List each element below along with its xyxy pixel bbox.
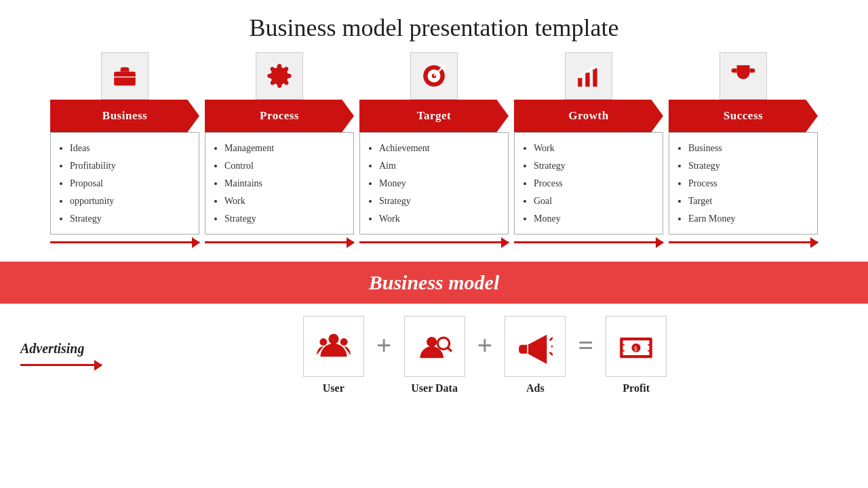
list-item: Money bbox=[379, 175, 501, 192]
content-list-business: IdeasProfitabilityProposalopportunityStr… bbox=[62, 140, 192, 227]
bottom-arrow-line-target bbox=[359, 241, 509, 243]
bottom-arrow-line-business bbox=[50, 241, 199, 243]
arrow-label-business: Business bbox=[102, 109, 147, 123]
icon-box-target bbox=[410, 52, 458, 100]
page-title: Business model presentation template bbox=[0, 0, 868, 49]
list-item: Strategy bbox=[688, 157, 810, 175]
svg-line-16 bbox=[448, 348, 451, 352]
arrow-item-growth: Growth WorkStrategyProcessGoalMoney bbox=[511, 52, 666, 249]
list-item: Process bbox=[688, 175, 810, 192]
content-list-success: BusinessStrategyProcessTargetEarn Money bbox=[680, 140, 810, 227]
bottom-arrow-process bbox=[205, 235, 354, 249]
bottom-icons: User + User Data + Ads = bbox=[122, 316, 848, 394]
bottom-icon-item-ads: Ads bbox=[505, 316, 566, 394]
svg-point-15 bbox=[437, 338, 449, 349]
list-item: Strategy bbox=[534, 157, 656, 175]
svg-rect-9 bbox=[585, 73, 589, 87]
arrow-label-success: Success bbox=[724, 109, 763, 123]
arrow-shape-growth: Growth bbox=[514, 100, 663, 132]
bottom-icon-box-profit: $ bbox=[606, 316, 667, 377]
bottom-arrow-line-growth bbox=[514, 241, 663, 243]
bottom-icon-item-user-data: User Data bbox=[404, 316, 465, 394]
advertising-arrow bbox=[20, 359, 102, 370]
list-item: Work bbox=[224, 192, 347, 210]
bottom-icon-box-ads bbox=[505, 316, 566, 377]
bottom-section: Advertising User + User Data bbox=[0, 304, 868, 394]
list-item: Achievement bbox=[379, 140, 501, 157]
bottom-icon-label-user-data: User Data bbox=[411, 382, 458, 394]
middle-banner: Business model bbox=[0, 262, 868, 304]
bottom-icon-label-profit: Profit bbox=[623, 382, 650, 394]
svg-point-11 bbox=[328, 334, 338, 344]
list-item: Strategy bbox=[70, 210, 192, 228]
list-item: Profitability bbox=[70, 157, 192, 175]
arrow-label-growth: Growth bbox=[568, 109, 608, 123]
icon-box-growth bbox=[565, 52, 612, 100]
top-section: Business IdeasProfitabilityProposaloppor… bbox=[0, 52, 868, 249]
svg-point-13 bbox=[340, 339, 348, 346]
list-item: Process bbox=[534, 175, 656, 192]
icon-box-process bbox=[256, 52, 303, 100]
svg-text:$: $ bbox=[634, 345, 637, 352]
advertising-label: Advertising bbox=[20, 341, 102, 370]
arrow-shape-target: Target bbox=[359, 100, 509, 132]
list-item: Business bbox=[688, 140, 810, 157]
list-item: Proposal bbox=[70, 175, 192, 192]
bottom-icon-item-profit: $ Profit bbox=[606, 316, 667, 394]
operator-operator_plus1: + bbox=[376, 329, 392, 361]
list-item: opportunity bbox=[70, 192, 192, 210]
list-item: Work bbox=[534, 140, 656, 157]
list-item: Earn Money bbox=[688, 210, 810, 228]
bottom-icon-box-user bbox=[303, 316, 364, 377]
bottom-arrow-growth bbox=[514, 235, 663, 249]
bottom-arrow-success bbox=[669, 235, 818, 249]
arrow-label-process: Process bbox=[260, 109, 299, 123]
advertising-text: Advertising bbox=[20, 341, 84, 357]
banner-text: Business model bbox=[0, 271, 868, 294]
svg-line-19 bbox=[550, 352, 553, 355]
bottom-icon-label-ads: Ads bbox=[526, 382, 545, 394]
bottom-icon-item-user: User bbox=[303, 316, 364, 394]
bottom-icon-box-user-data bbox=[404, 316, 465, 377]
list-item: Goal bbox=[534, 192, 656, 210]
content-box-business: IdeasProfitabilityProposalopportunityStr… bbox=[50, 132, 199, 235]
list-item: Strategy bbox=[379, 192, 501, 210]
bottom-icon-label-user: User bbox=[323, 382, 344, 394]
content-list-process: ManagementControlMaintainsWorkStrategy bbox=[216, 140, 347, 227]
operator-operator_eq: = bbox=[578, 329, 593, 361]
list-item: Aim bbox=[379, 157, 501, 175]
icon-box-success bbox=[719, 52, 767, 100]
content-box-growth: WorkStrategyProcessGoalMoney bbox=[514, 132, 663, 235]
arrow-label-target: Target bbox=[417, 109, 452, 123]
arrow-item-target: Target AchievementAimMoneyStrategyWork bbox=[357, 52, 511, 249]
list-item: Control bbox=[224, 157, 347, 175]
svg-rect-0 bbox=[114, 72, 136, 86]
list-item: Money bbox=[534, 210, 656, 228]
bottom-arrow-line-process bbox=[205, 241, 354, 243]
content-list-target: AchievementAimMoneyStrategyWork bbox=[371, 140, 501, 227]
list-item: Management bbox=[224, 140, 347, 157]
svg-line-17 bbox=[550, 338, 553, 340]
arrows-container: Business IdeasProfitabilityProposaloppor… bbox=[14, 52, 854, 249]
svg-rect-8 bbox=[578, 78, 582, 87]
arrow-item-business: Business IdeasProfitabilityProposaloppor… bbox=[47, 52, 202, 249]
list-item: Target bbox=[688, 192, 810, 210]
arrow-shape-process: Process bbox=[205, 100, 354, 132]
svg-rect-10 bbox=[593, 68, 597, 87]
icon-box-business bbox=[101, 52, 149, 100]
advertising-arrow-line bbox=[20, 364, 102, 366]
arrow-shape-success: Success bbox=[669, 100, 818, 132]
list-item: Strategy bbox=[224, 210, 347, 228]
arrow-item-success: Success BusinessStrategyProcessTargetEar… bbox=[666, 52, 821, 249]
list-item: Maintains bbox=[224, 175, 347, 192]
list-item: Ideas bbox=[70, 140, 192, 157]
content-box-target: AchievementAimMoneyStrategyWork bbox=[359, 132, 509, 235]
bottom-arrow-line-success bbox=[669, 241, 818, 243]
content-box-process: ManagementControlMaintainsWorkStrategy bbox=[205, 132, 354, 235]
bottom-arrow-target bbox=[359, 235, 509, 249]
bottom-arrow-business bbox=[50, 235, 199, 249]
svg-point-14 bbox=[427, 337, 437, 347]
arrow-shape-business: Business bbox=[50, 100, 199, 132]
operator-operator_plus2: + bbox=[477, 329, 493, 361]
svg-point-12 bbox=[319, 339, 327, 346]
